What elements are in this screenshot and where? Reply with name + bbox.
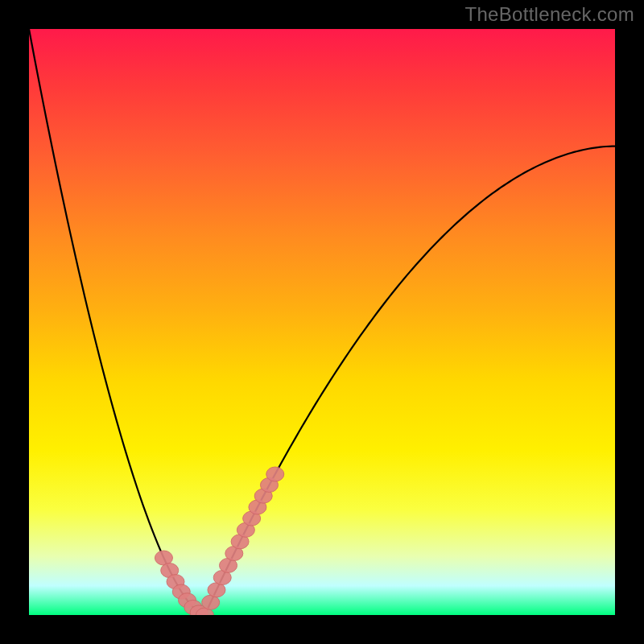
marker-dot bbox=[266, 467, 284, 481]
watermark-text: TheBottleneck.com bbox=[464, 3, 634, 26]
bottleneck-curve bbox=[29, 29, 615, 615]
marker-points bbox=[155, 467, 283, 615]
chart-plot-area bbox=[29, 29, 615, 615]
chart-svg bbox=[29, 29, 615, 615]
curve-path bbox=[29, 29, 615, 615]
